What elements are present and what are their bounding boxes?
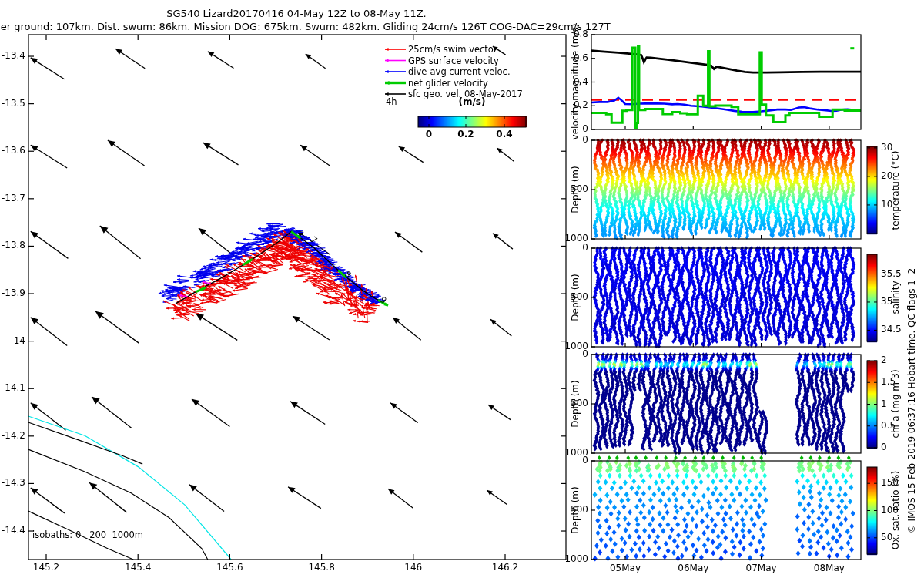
- isobaths-label: isobaths: 0 200 1000m: [32, 530, 143, 539]
- map-y-tick-3: -13.7: [2, 193, 25, 203]
- salinity-cb-tick-1: 35: [881, 297, 892, 307]
- time-x-tick-1: 06May: [678, 563, 708, 573]
- velocity-y-tick-1: 0.2: [574, 100, 588, 110]
- chla-cb-tick-1: 1.5: [881, 377, 896, 387]
- map-y-tick-1: -13.5: [2, 99, 25, 109]
- salinity-depth-tick-1: 500: [571, 292, 588, 302]
- temperature-depth-tick-1: 500: [571, 184, 588, 194]
- map-x-tick-5: 146.2: [492, 563, 518, 573]
- chla-cb-tick-2: 1: [881, 399, 887, 409]
- velocity-y-tick-4: 0.8: [574, 29, 588, 39]
- legend-scale-label: 4h: [386, 97, 397, 106]
- chla-cb-tick-0: 2: [881, 355, 887, 365]
- map-y-tick-8: -14.2: [2, 431, 25, 441]
- page-subtitle: Dist. over ground: 107km. Dist. swum: 86…: [0, 22, 611, 32]
- imos-watermark: © IMOS 15-Feb-2019 06:37:16 Hobart time.…: [907, 268, 917, 533]
- time-x-tick-0: 05May: [610, 563, 641, 573]
- legend-colorbar-tick-2: 0.4: [496, 129, 512, 139]
- chla-cb-tick-3: 0.5: [881, 421, 896, 431]
- temperature-cb-tick-1: 20: [881, 171, 892, 181]
- legend-colorbar-tick-0: 0: [426, 129, 432, 139]
- map-y-tick-0: -13.4: [2, 51, 25, 61]
- salinity-cb-tick-0: 35.5: [881, 269, 902, 279]
- map-y-tick-7: -14.1: [2, 383, 25, 393]
- oxygen-depth-tick-2: 1000: [564, 554, 588, 564]
- salinity-depth-tick-0: 0: [582, 243, 588, 253]
- legend-colorbar-title: (m/s): [459, 97, 486, 107]
- oxygen-depth-tick-1: 500: [571, 505, 588, 515]
- map-y-tick-4: -13.8: [2, 240, 25, 250]
- temperature-cb-tick-2: 10: [881, 200, 892, 210]
- velocity-y-tick-2: 0.4: [574, 77, 588, 87]
- legend-colorbar-tick-1: 0.2: [457, 129, 474, 139]
- oxygen-depth-tick-0: 0: [582, 455, 588, 465]
- map-x-tick-0: 145.2: [33, 563, 59, 573]
- map-y-tick-10: -14.4: [2, 526, 25, 536]
- temperature-depth-tick-0: 0: [582, 135, 588, 145]
- temperature-colorbar-label: temperature (°C): [891, 151, 901, 230]
- map-x-tick-1: 145.4: [125, 563, 151, 573]
- legend-label-swim-vector: 25cm/s swim vector: [408, 45, 497, 54]
- chla-depth-tick-0: 0: [582, 349, 588, 359]
- map-y-tick-6: -14: [10, 336, 25, 346]
- temperature-cb-tick-0: 30: [881, 143, 892, 153]
- oxygen-cb-tick-2: 50: [881, 533, 892, 543]
- time-x-tick-2: 07May: [746, 563, 777, 573]
- velocity-y-tick-3: 0.6: [574, 53, 588, 63]
- map-y-tick-5: -13.9: [2, 288, 25, 298]
- legend-label-net-glider-velocity: net glider velocity: [408, 79, 488, 88]
- map-y-tick-2: -13.6: [2, 146, 25, 156]
- page-title: SG540 Lizard20170416 04-May 12Z to 08-Ma…: [166, 8, 426, 19]
- velocity-y-tick-0: 0: [582, 124, 588, 134]
- map-x-tick-2: 145.6: [216, 563, 243, 573]
- chla-cb-tick-4: 0: [881, 442, 887, 452]
- time-x-tick-3: 08May: [814, 563, 845, 573]
- oxygen-cb-tick-0: 150: [881, 478, 899, 488]
- map-y-tick-9: -14.3: [2, 478, 25, 488]
- map-x-tick-4: 146: [404, 563, 422, 573]
- glider-mission-figure: SG540 Lizard20170416 04-May 12Z to 08-Ma…: [0, 0, 924, 578]
- oxygen-cb-tick-1: 100: [881, 506, 899, 516]
- legend-label-gps-velocity: GPS surface velocity: [408, 56, 499, 66]
- legend-label-dive-avg-current: dive-avg current veloc.: [408, 67, 511, 76]
- map-x-tick-3: 145.8: [308, 563, 334, 573]
- salinity-cb-tick-2: 34.5: [881, 324, 902, 334]
- chla-depth-tick-1: 500: [571, 398, 588, 408]
